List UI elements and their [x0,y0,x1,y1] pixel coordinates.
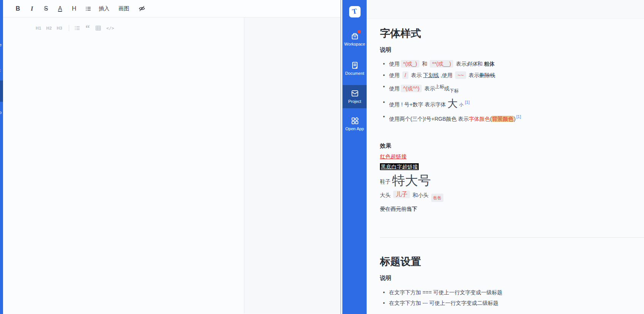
unordered-list-icon [74,25,81,31]
notification-badge [358,30,361,33]
text: 使用两个(三个)!号+RGB颜色 表示 [389,116,469,122]
text: 大头 [380,192,392,198]
italic-sample: 斜体 [467,61,477,67]
text: 表示 [454,61,467,67]
editor-body: H1 H2 H3 “ [3,17,340,314]
text: 和小头 [411,192,430,198]
help-panel: 字体样式 说明 使用*(或_) 和 **(或__) 表示斜体和 粗体 使用 / … [367,0,644,314]
font-color-sample: 字体颜色 [469,116,490,122]
text: 表示 [410,72,423,78]
big-font-sample: 大 [448,98,458,109]
eye-slash-icon [138,5,146,12]
section-divider [380,237,644,238]
bullet-underline-strike: 使用 / 表示 下划线 ,使用 ~~ 表示删除线 [380,69,636,81]
text: 和 [477,61,484,67]
code-block-button[interactable]: </> [106,26,114,31]
section-title-headings: 标题设置 [380,255,636,268]
superscript-sample: 上标 [435,84,444,89]
text: 或 [444,85,449,92]
text: 在文字下方加 === 可使上一行文字变成一级标题 [389,289,502,295]
extra-large-sample: 特大号 [392,173,431,188]
heading-bullet-list: 在文字下方加 === 可使上一行文字变成一级标题 在文字下方加 --- 可使上一… [380,287,636,308]
unordered-list-button[interactable] [74,25,81,31]
bold-sample: 当下 [407,206,417,212]
markdown-editor-window: B I S A H 插入 画图 [3,0,340,314]
inline-code: / [402,71,408,79]
footnote-link[interactable]: [1] [465,100,470,104]
inline-code-large: 儿子 [393,191,410,198]
table-button[interactable] [95,25,101,31]
inline-code: ~~ [455,71,466,79]
effect-size-line: 鞋子 特大号 [380,174,636,187]
document-icon [350,61,359,70]
app-logo-letter: T [351,7,358,16]
sidebar-item-open-app[interactable]: Open App [343,114,367,134]
insert-button[interactable]: 插入 [97,3,112,15]
strike-sample: 爱在西元前 [380,206,407,212]
italic-button[interactable]: I [26,3,38,15]
section-title-font-style: 字体样式 [380,27,636,40]
project-icon [350,89,359,98]
bullet-font-size: 使用 ! 号+数字 表示字体大小[1] [380,96,636,111]
small-font-sample: 小 [459,103,464,107]
italic-icon: I [31,5,33,12]
sidebar-item-workspace[interactable]: Workspace [343,29,367,50]
sidebar-item-document[interactable]: Document [343,58,367,79]
sidebar-item-label: Document [345,71,364,76]
bold-button[interactable]: B [12,3,24,15]
h2-button[interactable]: H2 [46,26,52,30]
red-hyperlink[interactable]: 红色超链接 [380,153,407,159]
draw-label: 画图 [119,5,129,12]
app-sidebar: T Workspace Document [343,0,367,314]
insert-label: 插入 [99,5,109,12]
effect-heading: 效果 [380,142,636,150]
black-bg-hyperlink[interactable]: 黑底白字超链接 [380,163,419,170]
draw-button[interactable]: 画图 [116,3,131,15]
effect-strike-line: 爱在西元前当下 [380,205,636,212]
sidebar-item-project[interactable]: Project [343,85,367,108]
background-color-sample: 背景颜色 [492,116,514,122]
text: 在文字下方加 --- 可使上一行文字变成二级标题 [389,300,498,306]
text: ) [514,116,516,122]
inline-code: *(或_) [401,60,419,68]
toggle-preview-button[interactable] [136,3,148,15]
strike-sample: 删除线 [479,72,495,78]
inline-code-small: 爸爸 [431,194,443,202]
text: 鞋子 [380,178,392,185]
table-icon [95,25,101,31]
subtitle-description: 说明 [380,46,636,54]
bullet-h1-rule: 在文字下方加 === 可使上一行文字变成一级标题 [380,287,636,298]
format-bar: H1 H2 H3 “ [36,25,244,31]
font-style-bullet-list: 使用*(或_) 和 **(或__) 表示斜体和 粗体 使用 / 表示 下划线 ,… [380,58,636,125]
editor-input-pane[interactable]: H1 H2 H3 “ [3,17,244,314]
bullet-emphasis: 使用*(或_) 和 **(或__) 表示斜体和 粗体 [380,58,636,69]
editor-toolbar: B I S A H 插入 画图 [3,0,340,17]
footnote-link[interactable]: [1] [516,114,521,119]
app-logo[interactable]: T [349,6,361,17]
text: 使用 ! 号+数字 表示字体 [389,101,446,107]
effect-code-line: 大头 儿子 和小头 爸爸 [380,191,636,202]
list-icon [85,5,92,12]
clipped-label-fragment: p [0,110,2,115]
strikethrough-button[interactable]: S [40,3,52,15]
underline-button[interactable]: A [54,3,66,15]
h1-button[interactable]: H1 [36,26,41,30]
text: 使用 [389,85,400,92]
clipped-label-fragment: e [0,43,2,47]
bold-sample: 粗体 [484,61,495,67]
format-bar-divider [69,25,69,31]
text: ,使用 [439,72,454,78]
underline-icon: A [58,5,62,12]
effect-black-link-line: 黑底白字超链接 [380,163,636,170]
open-app-icon [350,116,359,125]
list-button[interactable] [82,3,94,15]
inline-code: ^(或^^) [401,85,422,92]
subtitle-description: 说明 [380,275,636,282]
clipped-label-fragment: t [0,68,0,73]
h3-button[interactable]: H3 [57,26,62,30]
heading-button[interactable]: H [68,3,80,15]
sidebar-item-label: Workspace [344,42,365,46]
bullet-sup-sub: 使用^(或^^) 表示上标或下标 [380,81,636,96]
blockquote-button[interactable]: “ [85,25,90,31]
clipped-active-item [0,80,3,102]
